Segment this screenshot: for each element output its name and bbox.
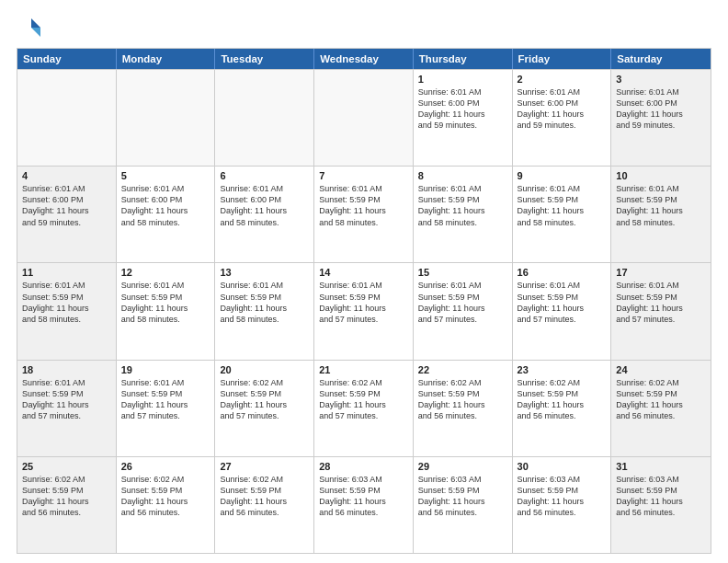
calendar-cell: 17Sunrise: 6:01 AM Sunset: 5:59 PM Dayli… — [611, 263, 711, 359]
cell-date: 19 — [121, 364, 210, 375]
cell-info: Sunrise: 6:01 AM Sunset: 5:59 PM Dayligh… — [418, 183, 507, 228]
cell-info: Sunrise: 6:01 AM Sunset: 5:59 PM Dayligh… — [22, 377, 111, 422]
cell-info: Sunrise: 6:01 AM Sunset: 5:59 PM Dayligh… — [418, 280, 507, 325]
cell-date: 18 — [22, 364, 111, 375]
cell-info: Sunrise: 6:02 AM Sunset: 5:59 PM Dayligh… — [220, 377, 309, 422]
cell-date: 11 — [22, 267, 111, 278]
cell-info: Sunrise: 6:01 AM Sunset: 6:00 PM Dayligh… — [418, 86, 507, 132]
calendar-cell: 9Sunrise: 6:01 AM Sunset: 5:59 PM Daylig… — [513, 167, 612, 262]
cell-info: Sunrise: 6:03 AM Sunset: 5:59 PM Dayligh… — [616, 474, 706, 519]
cell-info: Sunrise: 6:01 AM Sunset: 5:59 PM Dayligh… — [121, 377, 210, 422]
cell-date: 17 — [616, 267, 706, 278]
header — [17, 15, 711, 40]
cell-date: 4 — [22, 170, 111, 181]
calendar-cell: 31Sunrise: 6:03 AM Sunset: 5:59 PM Dayli… — [611, 457, 711, 553]
cell-info: Sunrise: 6:02 AM Sunset: 5:59 PM Dayligh… — [616, 377, 706, 422]
cell-date: 12 — [121, 267, 210, 278]
cell-date: 28 — [319, 461, 408, 472]
calendar-cell: 24Sunrise: 6:02 AM Sunset: 5:59 PM Dayli… — [611, 361, 711, 456]
cell-date: 22 — [418, 364, 507, 375]
calendar-cell — [314, 70, 414, 166]
calendar-cell: 13Sunrise: 6:01 AM Sunset: 5:59 PM Dayli… — [215, 263, 314, 359]
logo — [17, 15, 46, 40]
cell-date: 1 — [418, 74, 507, 85]
calendar-cell — [17, 70, 117, 166]
cell-info: Sunrise: 6:01 AM Sunset: 6:00 PM Dayligh… — [220, 183, 309, 228]
calendar-cell: 3Sunrise: 6:01 AM Sunset: 6:00 PM Daylig… — [611, 70, 711, 166]
cell-info: Sunrise: 6:03 AM Sunset: 5:59 PM Dayligh… — [418, 474, 507, 519]
cell-info: Sunrise: 6:02 AM Sunset: 5:59 PM Dayligh… — [518, 377, 607, 422]
calendar-week-4: 18Sunrise: 6:01 AM Sunset: 5:59 PM Dayli… — [17, 360, 711, 456]
calendar-cell: 16Sunrise: 6:01 AM Sunset: 5:59 PM Dayli… — [513, 263, 612, 359]
calendar-cell: 10Sunrise: 6:01 AM Sunset: 5:59 PM Dayli… — [611, 167, 711, 262]
header-day-wednesday: Wednesday — [314, 49, 414, 69]
calendar-cell: 25Sunrise: 6:02 AM Sunset: 5:59 PM Dayli… — [17, 457, 117, 553]
cell-date: 16 — [518, 267, 607, 278]
cell-info: Sunrise: 6:01 AM Sunset: 5:59 PM Dayligh… — [319, 280, 408, 325]
cell-info: Sunrise: 6:01 AM Sunset: 5:59 PM Dayligh… — [518, 280, 607, 325]
calendar-cell: 26Sunrise: 6:02 AM Sunset: 5:59 PM Dayli… — [117, 457, 216, 553]
cell-info: Sunrise: 6:02 AM Sunset: 5:59 PM Dayligh… — [22, 474, 111, 519]
cell-info: Sunrise: 6:01 AM Sunset: 5:59 PM Dayligh… — [616, 280, 706, 325]
cell-info: Sunrise: 6:01 AM Sunset: 5:59 PM Dayligh… — [616, 183, 706, 228]
calendar-week-1: 1Sunrise: 6:01 AM Sunset: 6:00 PM Daylig… — [17, 69, 711, 166]
cell-date: 26 — [121, 461, 210, 472]
calendar-cell: 29Sunrise: 6:03 AM Sunset: 5:59 PM Dayli… — [414, 457, 513, 553]
logo-icon — [17, 15, 42, 40]
cell-date: 5 — [121, 170, 210, 181]
cell-info: Sunrise: 6:01 AM Sunset: 6:00 PM Dayligh… — [22, 183, 111, 228]
calendar-cell: 5Sunrise: 6:01 AM Sunset: 6:00 PM Daylig… — [117, 167, 216, 262]
calendar-cell: 28Sunrise: 6:03 AM Sunset: 5:59 PM Dayli… — [314, 457, 414, 553]
svg-marker-1 — [31, 28, 40, 37]
calendar-cell: 15Sunrise: 6:01 AM Sunset: 5:59 PM Dayli… — [414, 263, 513, 359]
cell-info: Sunrise: 6:03 AM Sunset: 5:59 PM Dayligh… — [518, 474, 607, 519]
calendar-cell: 23Sunrise: 6:02 AM Sunset: 5:59 PM Dayli… — [513, 361, 612, 456]
calendar-cell: 14Sunrise: 6:01 AM Sunset: 5:59 PM Dayli… — [314, 263, 414, 359]
header-day-tuesday: Tuesday — [215, 49, 314, 69]
calendar-cell: 11Sunrise: 6:01 AM Sunset: 5:59 PM Dayli… — [17, 263, 117, 359]
calendar-cell: 6Sunrise: 6:01 AM Sunset: 6:00 PM Daylig… — [215, 167, 314, 262]
calendar-week-5: 25Sunrise: 6:02 AM Sunset: 5:59 PM Dayli… — [17, 456, 711, 553]
cell-date: 27 — [220, 461, 309, 472]
cell-date: 25 — [22, 461, 111, 472]
cell-info: Sunrise: 6:02 AM Sunset: 5:59 PM Dayligh… — [418, 377, 507, 422]
calendar-cell: 18Sunrise: 6:01 AM Sunset: 5:59 PM Dayli… — [17, 361, 117, 456]
cell-info: Sunrise: 6:01 AM Sunset: 6:00 PM Dayligh… — [616, 86, 706, 132]
cell-date: 24 — [616, 364, 706, 375]
calendar-cell: 20Sunrise: 6:02 AM Sunset: 5:59 PM Dayli… — [215, 361, 314, 456]
header-day-friday: Friday — [513, 49, 612, 69]
calendar-week-2: 4Sunrise: 6:01 AM Sunset: 6:00 PM Daylig… — [17, 166, 711, 262]
cell-date: 3 — [616, 74, 706, 85]
cell-info: Sunrise: 6:01 AM Sunset: 5:59 PM Dayligh… — [220, 280, 309, 325]
cell-date: 29 — [418, 461, 507, 472]
calendar-cell: 12Sunrise: 6:01 AM Sunset: 5:59 PM Dayli… — [117, 263, 216, 359]
calendar-cell: 2Sunrise: 6:01 AM Sunset: 6:00 PM Daylig… — [513, 70, 612, 166]
cell-date: 2 — [518, 74, 607, 85]
cell-date: 21 — [319, 364, 408, 375]
calendar-cell: 1Sunrise: 6:01 AM Sunset: 6:00 PM Daylig… — [414, 70, 513, 166]
calendar-cell — [117, 70, 216, 166]
cell-info: Sunrise: 6:01 AM Sunset: 5:59 PM Dayligh… — [22, 280, 111, 325]
calendar-cell: 27Sunrise: 6:02 AM Sunset: 5:59 PM Dayli… — [215, 457, 314, 553]
calendar-body: 1Sunrise: 6:01 AM Sunset: 6:00 PM Daylig… — [17, 69, 711, 553]
calendar-cell: 30Sunrise: 6:03 AM Sunset: 5:59 PM Dayli… — [513, 457, 612, 553]
cell-date: 13 — [220, 267, 309, 278]
calendar: SundayMondayTuesdayWednesdayThursdayFrid… — [17, 48, 711, 554]
calendar-week-3: 11Sunrise: 6:01 AM Sunset: 5:59 PM Dayli… — [17, 262, 711, 359]
cell-info: Sunrise: 6:01 AM Sunset: 6:00 PM Dayligh… — [518, 86, 607, 132]
cell-date: 7 — [319, 170, 408, 181]
header-day-thursday: Thursday — [414, 49, 513, 69]
calendar-cell: 19Sunrise: 6:01 AM Sunset: 5:59 PM Dayli… — [117, 361, 216, 456]
cell-date: 31 — [616, 461, 706, 472]
cell-info: Sunrise: 6:01 AM Sunset: 5:59 PM Dayligh… — [518, 183, 607, 228]
cell-date: 8 — [418, 170, 507, 181]
svg-marker-0 — [31, 18, 40, 28]
calendar-cell: 21Sunrise: 6:02 AM Sunset: 5:59 PM Dayli… — [314, 361, 414, 456]
calendar-cell: 7Sunrise: 6:01 AM Sunset: 5:59 PM Daylig… — [314, 167, 414, 262]
cell-info: Sunrise: 6:02 AM Sunset: 5:59 PM Dayligh… — [319, 377, 408, 422]
header-day-saturday: Saturday — [611, 49, 711, 69]
cell-info: Sunrise: 6:03 AM Sunset: 5:59 PM Dayligh… — [319, 474, 408, 519]
cell-info: Sunrise: 6:01 AM Sunset: 5:59 PM Dayligh… — [319, 183, 408, 228]
cell-info: Sunrise: 6:02 AM Sunset: 5:59 PM Dayligh… — [121, 474, 210, 519]
cell-date: 30 — [518, 461, 607, 472]
